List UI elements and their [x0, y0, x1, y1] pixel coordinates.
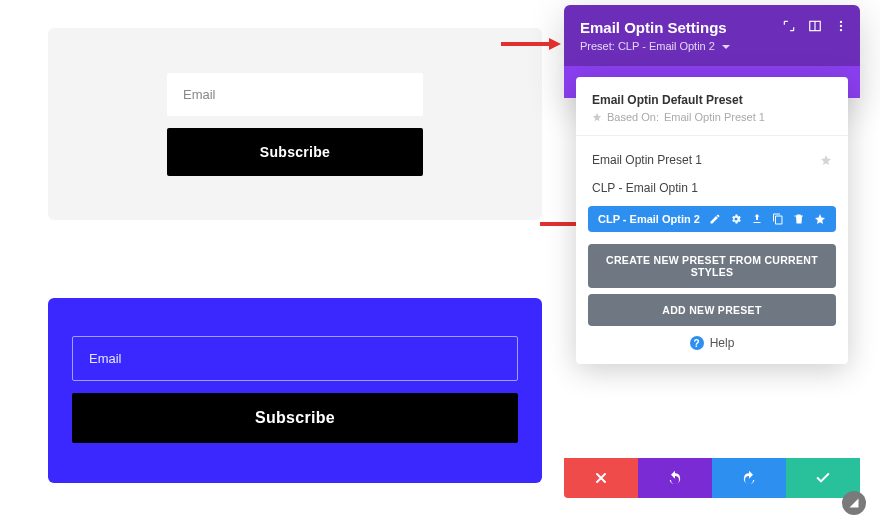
optin-preview-light: Subscribe [48, 28, 542, 220]
preset-item[interactable]: Email Optin Preset 1 [576, 146, 848, 174]
help-icon: ? [690, 336, 704, 350]
add-preset-button[interactable]: ADD NEW PRESET [588, 294, 836, 326]
edit-icon[interactable] [709, 213, 721, 225]
redo-icon [741, 470, 757, 486]
subscribe-button[interactable]: Subscribe [167, 128, 423, 176]
preset-item[interactable]: CLP - Email Optin 1 [576, 174, 848, 202]
redo-button[interactable] [712, 458, 786, 498]
preview-area: Subscribe Subscribe [48, 28, 542, 506]
undo-button[interactable] [638, 458, 712, 498]
subscribe-button[interactable]: Subscribe [72, 393, 518, 443]
preset-dropdown-toggle[interactable]: Preset: CLP - Email Optin 2 [580, 40, 730, 52]
preset-item-label: CLP - Email Optin 1 [592, 181, 698, 195]
settings-panel: Email Optin Settings Preset: CLP - Email… [564, 5, 860, 98]
star-icon[interactable] [814, 213, 826, 225]
based-on-prefix: Based On: [607, 111, 659, 123]
export-icon[interactable] [751, 213, 763, 225]
action-bar [564, 458, 860, 498]
email-field[interactable] [72, 336, 518, 381]
email-field[interactable] [167, 73, 423, 116]
svg-point-2 [840, 21, 842, 23]
preset-dropdown: Email Optin Default Preset Based On: Ema… [576, 77, 848, 364]
preset-label-prefix: Preset: [580, 40, 618, 52]
expand-icon[interactable] [782, 19, 796, 33]
gear-icon[interactable] [730, 213, 742, 225]
based-on-name: Email Optin Preset 1 [664, 111, 765, 123]
preset-default-block[interactable]: Email Optin Default Preset Based On: Ema… [576, 93, 848, 136]
star-icon [592, 112, 602, 122]
trash-icon[interactable] [793, 213, 805, 225]
help-link[interactable]: ? Help [576, 336, 848, 350]
columns-icon[interactable] [808, 19, 822, 33]
resize-icon [848, 497, 860, 509]
resize-handle[interactable] [842, 491, 866, 515]
preset-default-title: Email Optin Default Preset [592, 93, 832, 107]
undo-icon [667, 470, 683, 486]
chevron-down-icon [722, 45, 730, 49]
svg-point-3 [840, 25, 842, 27]
svg-marker-6 [549, 38, 561, 50]
create-preset-button[interactable]: CREATE NEW PRESET FROM CURRENT STYLES [588, 244, 836, 288]
help-label: Help [710, 336, 735, 350]
preset-item-label: Email Optin Preset 1 [592, 153, 702, 167]
optin-preview-blue: Subscribe [48, 298, 542, 483]
cancel-button[interactable] [564, 458, 638, 498]
close-icon [593, 470, 609, 486]
check-icon [815, 470, 831, 486]
annotation-arrow [501, 36, 561, 48]
panel-header: Email Optin Settings Preset: CLP - Email… [564, 5, 860, 66]
copy-icon[interactable] [772, 213, 784, 225]
more-icon[interactable] [834, 19, 848, 33]
star-icon[interactable] [820, 154, 832, 166]
svg-point-4 [840, 29, 842, 31]
preset-item-active[interactable]: CLP - Email Optin 2 [588, 206, 836, 232]
preset-item-label: CLP - Email Optin 2 [598, 213, 700, 225]
preset-current-name: CLP - Email Optin 2 [618, 40, 715, 52]
preset-based-on: Based On: Email Optin Preset 1 [592, 111, 832, 123]
